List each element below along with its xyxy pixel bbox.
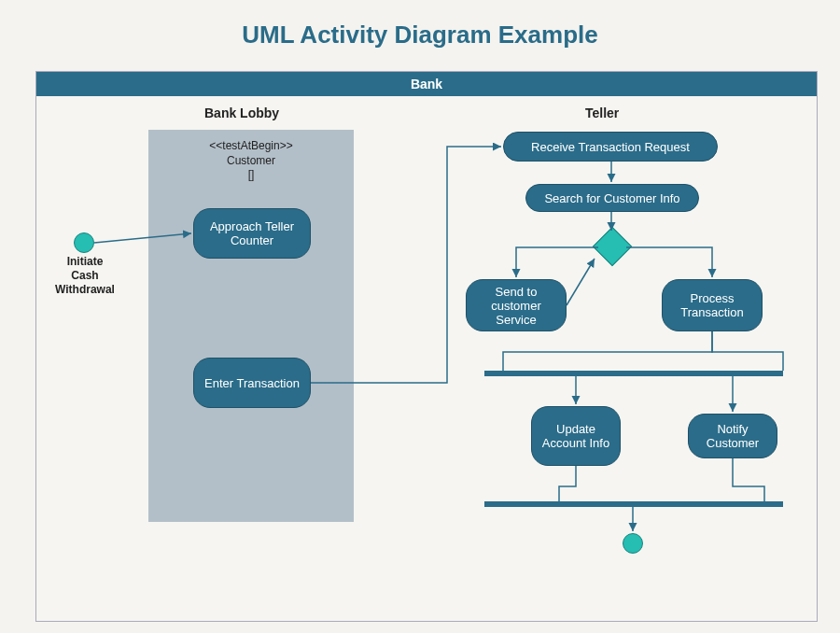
stereotype-text: <<testAtBegin>> — [209, 139, 292, 152]
partition-guard: [] — [248, 168, 255, 181]
lane-label-teller: Teller — [585, 106, 619, 120]
activity-notify-customer: Notify Customer — [688, 414, 777, 458]
fork-bar — [484, 371, 783, 376]
activity-approach-teller-counter: Approach Teller Counter — [193, 208, 311, 259]
lane-label-lobby: Bank Lobby — [204, 106, 279, 120]
join-bar — [484, 501, 783, 507]
decision-node — [593, 227, 632, 266]
pool-frame: Bank Bank Lobby Teller <<testAtBegin>> C… — [35, 71, 818, 622]
diagram-title: UML Activity Diagram Example — [0, 0, 840, 49]
initial-node — [74, 232, 94, 253]
initial-node-label: Initiate Cash Withdrawal — [46, 255, 124, 297]
partition-stereotype: <<testAtBegin>> Customer [] — [158, 139, 344, 183]
activity-send-customer-service: Send to customer Service — [466, 279, 567, 331]
final-node — [623, 533, 643, 554]
activity-receive-transaction-request: Receive Transaction Request — [503, 132, 718, 162]
activity-update-account-info: Update Account Info — [531, 406, 621, 466]
activity-process-transaction: Process Transaction — [662, 279, 763, 331]
partition-customer — [148, 130, 354, 522]
partition-name: Customer — [227, 154, 275, 167]
activity-search-customer-info: Search for Customer Info — [525, 184, 699, 212]
activity-enter-transaction: Enter Transaction — [193, 358, 311, 408]
svg-line-3 — [567, 259, 595, 305]
pool-header: Bank — [36, 72, 817, 96]
